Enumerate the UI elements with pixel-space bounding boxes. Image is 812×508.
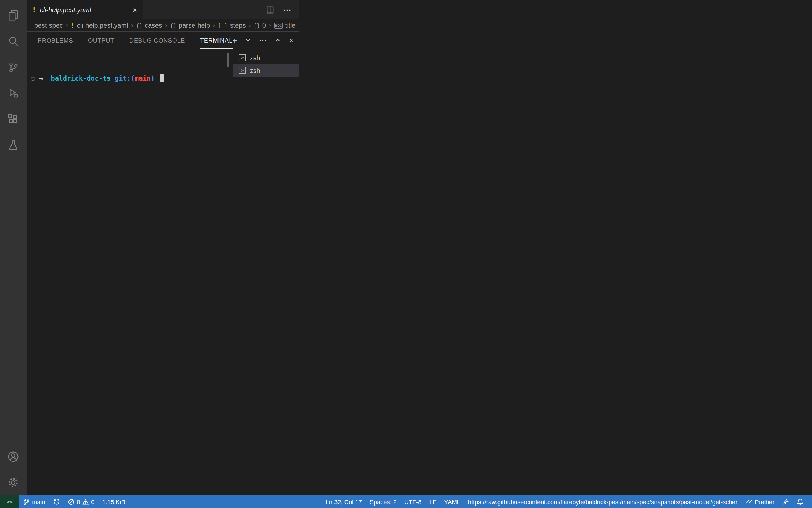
file-size-status[interactable]: 1.15 KiB	[98, 495, 129, 508]
schema-url-status[interactable]: https://raw.githubusercontent.com/flareb…	[464, 495, 741, 508]
breadcrumb-separator: ›	[131, 22, 133, 29]
eol-status[interactable]: LF	[425, 495, 440, 508]
breadcrumb-separator: ›	[66, 22, 68, 29]
terminal-prompt-line: ○ → baldrick-doc-ts git:(main)	[31, 74, 233, 83]
indentation-status[interactable]: Spaces: 2	[366, 495, 401, 508]
symbol-array-icon: [ ]	[218, 23, 228, 29]
breadcrumb-separator: ›	[269, 22, 271, 29]
sync-status[interactable]	[49, 495, 64, 508]
symbol-object-icon: {}	[253, 23, 260, 29]
terminal-shell-icon: >	[239, 67, 246, 74]
prompt-segment-git: )	[151, 75, 155, 82]
testing-icon[interactable]	[0, 132, 27, 158]
panel-tabs: PROBLEMSOUTPUTDEBUG CONSOLETERMINAL	[38, 32, 233, 49]
pin-status[interactable]	[778, 495, 793, 508]
prompt-segment-pln	[111, 75, 115, 82]
errors-icon	[68, 498, 75, 505]
search-icon[interactable]	[0, 28, 27, 54]
yaml-file-icon: !	[71, 22, 75, 29]
terminal-shell-icon: >	[239, 54, 246, 61]
git-branch-status[interactable]: main	[19, 495, 49, 508]
terminal-scrollbar[interactable]	[227, 53, 229, 68]
encoding-status[interactable]: UTF-8	[401, 495, 425, 508]
source-control-icon[interactable]	[0, 54, 27, 80]
terminal-list-sidebar: >zsh>zsh	[233, 49, 299, 273]
formatter-status[interactable]: ✓✓ Prettier	[741, 495, 778, 508]
run-and-debug-icon[interactable]	[0, 80, 27, 106]
file-size: 1.15 KiB	[102, 498, 125, 505]
tab-bar-actions: ···	[266, 0, 299, 19]
panel-tab-problems[interactable]: PROBLEMS	[38, 32, 73, 49]
close-tab-icon[interactable]: ×	[132, 6, 137, 13]
main-row: ! cli-help.pest.yaml × ··· pest-spec›!cl…	[0, 0, 812, 495]
breadcrumb-item-parse-help[interactable]: {}parse-help	[170, 22, 210, 29]
breadcrumb: pest-spec›!cli-help.pest.yaml›{}cases›{}…	[27, 19, 299, 32]
problems-status[interactable]: 0 0	[64, 495, 98, 508]
terminal-list-item-1[interactable]: >zsh	[233, 51, 299, 64]
panel-tab-output[interactable]: OUTPUT	[88, 32, 114, 49]
tab-title: cli-help.pest.yaml	[40, 6, 91, 13]
split-editor-icon[interactable]	[266, 5, 275, 14]
tab-bar: ! cli-help.pest.yaml × ···	[27, 0, 299, 19]
panel-tab-debug-console[interactable]: DEBUG CONSOLE	[129, 32, 185, 49]
panel-actions: + ··· ×	[233, 32, 294, 49]
breadcrumb-separator: ›	[213, 22, 215, 29]
warnings-icon	[82, 498, 89, 505]
terminal-shell-label: zsh	[250, 67, 260, 74]
terminal-shell-label: zsh	[250, 54, 260, 61]
extensions-icon[interactable]	[0, 106, 27, 132]
terminal-cursor	[160, 74, 164, 82]
more-actions-icon[interactable]: ···	[284, 5, 291, 14]
prompt-segment-pln	[155, 75, 159, 82]
breadcrumb-item-steps[interactable]: [ ]steps	[218, 22, 246, 29]
close-panel-icon[interactable]: ×	[289, 36, 293, 45]
notifications-status[interactable]	[793, 495, 808, 508]
terminal-list-item-2[interactable]: >zsh	[233, 64, 299, 77]
breadcrumb-item-cli-help-pest-yaml[interactable]: !cli-help.pest.yaml	[71, 22, 128, 29]
panel-header: PROBLEMSOUTPUTDEBUG CONSOLETERMINAL + ··…	[27, 32, 299, 49]
formatter-name: Prettier	[755, 498, 774, 505]
breadcrumb-item-pest-spec[interactable]: pest-spec	[34, 22, 63, 29]
maximize-panel-chevron-icon[interactable]	[275, 38, 281, 43]
terminal[interactable]: ○ → baldrick-doc-ts git:(main)	[27, 49, 233, 273]
breadcrumb-item-cases[interactable]: {}cases	[136, 22, 162, 29]
editor-column: ! cli-help.pest.yaml × ··· pest-spec›!cl…	[27, 0, 299, 495]
vscode-window: ! cli-help.pest.yaml × ··· pest-spec›!cl…	[0, 0, 812, 508]
breadcrumb-label: steps	[230, 22, 246, 29]
explorer-icon[interactable]	[0, 2, 27, 28]
error-count: 0	[77, 498, 80, 505]
double-check-icon: ✓✓	[745, 498, 751, 505]
prompt-segment-arrow: →	[39, 75, 51, 82]
symbol-object-icon: {}	[136, 23, 143, 29]
symbol-string-icon: abc	[274, 23, 283, 29]
new-terminal-icon[interactable]: +	[233, 36, 237, 45]
breadcrumb-label: parse-help	[179, 22, 210, 29]
branch-name: main	[32, 498, 45, 505]
breadcrumb-label: title	[285, 22, 295, 29]
symbol-object-icon: {}	[170, 23, 176, 29]
breadcrumb-label: cli-help.pest.yaml	[77, 22, 128, 29]
activity-bar	[0, 0, 27, 495]
accounts-icon[interactable]	[0, 443, 27, 469]
remote-indicator[interactable]: ><	[0, 495, 19, 508]
breadcrumb-item-0[interactable]: {}0	[253, 22, 266, 29]
breadcrumb-item-title[interactable]: abctitle	[274, 22, 295, 29]
sync-icon	[53, 498, 60, 505]
panel-tab-terminal[interactable]: TERMINAL	[200, 32, 233, 49]
status-bar: >< main 0	[0, 495, 812, 508]
pin-icon	[782, 498, 789, 505]
language-mode-status[interactable]: YAML	[440, 495, 464, 508]
tab-cli-help-pest-yaml[interactable]: ! cli-help.pest.yaml ×	[27, 0, 143, 19]
panel: PROBLEMSOUTPUTDEBUG CONSOLETERMINAL + ··…	[27, 32, 299, 273]
terminal-dropdown-chevron-icon[interactable]	[245, 38, 251, 43]
status-left-group: main 0 0 1.15 KiB	[19, 495, 129, 508]
breadcrumb-separator: ›	[165, 22, 167, 29]
settings-gear-icon[interactable]	[0, 469, 27, 495]
panel-more-icon[interactable]: ···	[259, 36, 267, 45]
breadcrumb-label: 0	[262, 22, 266, 29]
breadcrumb-separator: ›	[249, 22, 251, 29]
cursor-position-status[interactable]: Ln 32, Col 17	[322, 495, 366, 508]
breadcrumb-label: pest-spec	[34, 22, 63, 29]
status-right-group: Ln 32, Col 17 Spaces: 2 UTF-8 LF YAML ht…	[322, 495, 812, 508]
warning-count: 0	[91, 498, 94, 505]
